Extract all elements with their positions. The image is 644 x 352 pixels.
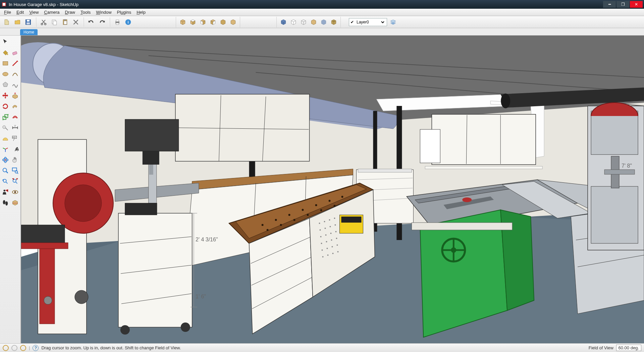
svg-point-87 xyxy=(320,209,322,211)
cut-button[interactable] xyxy=(39,17,48,27)
style-monochrome-button[interactable] xyxy=(329,17,338,27)
svg-point-134 xyxy=(75,290,88,304)
open-file-button[interactable] xyxy=(13,17,22,27)
view-back-button[interactable] xyxy=(218,17,228,27)
svg-rect-128 xyxy=(149,165,153,175)
look-around-tool[interactable] xyxy=(11,187,20,197)
followme-tool[interactable] xyxy=(11,101,20,111)
svg-point-40 xyxy=(3,200,5,204)
view-left-button[interactable] xyxy=(228,17,238,27)
menu-camera[interactable]: Camera xyxy=(41,9,62,15)
style-hidden-line-button[interactable] xyxy=(309,17,318,27)
style-wireframe-button[interactable] xyxy=(299,17,308,27)
maximize-button[interactable]: ❐ xyxy=(616,1,629,8)
zoom-extents-tool[interactable] xyxy=(11,176,20,186)
axes-tool[interactable] xyxy=(1,144,10,154)
layer-manager-button[interactable] xyxy=(388,17,398,27)
polygon-tool[interactable] xyxy=(1,80,10,90)
circle-tool[interactable] xyxy=(1,69,10,79)
eraser-tool[interactable] xyxy=(11,48,20,58)
section-plane-tool[interactable] xyxy=(11,198,20,208)
menu-file[interactable]: File xyxy=(1,9,14,15)
viewport[interactable]: 2' 4 3/16" 1' 6" 7' 8" xyxy=(21,36,644,343)
geo-icon[interactable] xyxy=(3,345,9,351)
svg-point-114 xyxy=(322,256,324,257)
svg-point-113 xyxy=(336,244,338,246)
svg-rect-63 xyxy=(425,166,542,169)
position-camera-tool[interactable] xyxy=(1,187,10,197)
dimension-tool[interactable]: 3' xyxy=(11,123,20,133)
orbit-tool[interactable] xyxy=(1,155,10,165)
line-tool[interactable] xyxy=(11,58,20,68)
model-info-button[interactable]: i xyxy=(123,17,133,27)
menu-plugins[interactable]: Plugins xyxy=(114,9,134,15)
svg-point-137 xyxy=(181,322,190,332)
pan-tool[interactable] xyxy=(11,155,20,165)
copy-button[interactable] xyxy=(50,17,59,27)
delete-button[interactable] xyxy=(71,17,80,27)
dimension-depth: 1' 6" xyxy=(196,294,206,300)
menu-tools[interactable]: Tools xyxy=(78,9,93,15)
scale-tool[interactable] xyxy=(1,112,10,122)
freehand-tool[interactable] xyxy=(11,80,20,90)
menu-help[interactable]: Help xyxy=(134,9,148,15)
svg-rect-151 xyxy=(412,223,512,230)
style-shaded-textures-button[interactable] xyxy=(279,17,288,27)
paint-bucket-tool[interactable] xyxy=(1,48,10,58)
paste-button[interactable] xyxy=(60,17,70,27)
svg-point-35 xyxy=(3,179,6,182)
layer-visible-icon: ✔ xyxy=(351,20,354,24)
menu-window[interactable]: Window xyxy=(93,9,114,15)
arc-tool[interactable] xyxy=(11,69,20,79)
svg-text:i: i xyxy=(127,20,128,24)
new-file-button[interactable] xyxy=(2,17,11,27)
layer-selector[interactable]: ✔ Layer0 xyxy=(349,18,387,26)
move-tool[interactable] xyxy=(1,91,10,101)
svg-rect-60 xyxy=(432,114,536,165)
menu-draw[interactable]: Draw xyxy=(62,9,78,15)
3dtext-tool[interactable]: AA xyxy=(11,144,20,154)
svg-rect-56 xyxy=(175,94,310,161)
view-top-button[interactable] xyxy=(188,17,198,27)
svg-rect-119 xyxy=(341,217,361,223)
claim-icon[interactable] xyxy=(20,345,26,351)
zoom-window-tool[interactable] xyxy=(11,166,20,176)
redo-button[interactable] xyxy=(97,17,107,27)
face-styles-group xyxy=(276,17,341,27)
svg-point-141 xyxy=(462,197,472,202)
help-icon[interactable]: ? xyxy=(33,345,39,351)
scene-tab-home[interactable]: Home xyxy=(20,29,38,35)
view-front-button[interactable] xyxy=(198,17,208,27)
style-xray-button[interactable] xyxy=(319,17,328,27)
print-button[interactable] xyxy=(113,17,122,27)
protractor-tool[interactable] xyxy=(1,133,10,143)
svg-rect-1 xyxy=(3,3,5,6)
standard-views-group xyxy=(176,17,240,27)
text-tool[interactable]: ABC xyxy=(11,133,20,143)
zoom-tool[interactable] xyxy=(1,166,10,176)
svg-point-85 xyxy=(293,219,296,221)
svg-rect-3 xyxy=(27,20,30,21)
rectangle-tool[interactable] xyxy=(1,58,10,68)
menu-view[interactable]: View xyxy=(26,9,41,15)
status-hint: Drag cursor to zoom. Up is in, down is o… xyxy=(41,345,181,350)
svg-rect-11 xyxy=(64,21,67,24)
view-iso-button[interactable] xyxy=(178,17,187,27)
credits-icon[interactable] xyxy=(11,345,17,351)
save-button[interactable] xyxy=(23,17,33,27)
minimize-button[interactable]: ━ xyxy=(603,1,616,8)
svg-point-5 xyxy=(41,23,43,25)
menu-edit[interactable]: Edit xyxy=(14,9,26,15)
previous-view-tool[interactable] xyxy=(1,176,10,186)
tape-measure-tool[interactable] xyxy=(1,123,10,133)
walk-tool[interactable] xyxy=(1,198,10,208)
offset-tool[interactable] xyxy=(11,112,20,122)
view-right-button[interactable] xyxy=(208,17,218,27)
select-tool[interactable] xyxy=(1,37,10,47)
undo-button[interactable] xyxy=(87,17,96,27)
layer-dropdown[interactable]: Layer0 xyxy=(355,19,385,25)
style-shaded-button[interactable] xyxy=(289,17,298,27)
rotate-tool[interactable] xyxy=(1,101,10,111)
close-button[interactable]: ✕ xyxy=(630,1,643,8)
pushpull-tool[interactable] xyxy=(11,91,20,101)
